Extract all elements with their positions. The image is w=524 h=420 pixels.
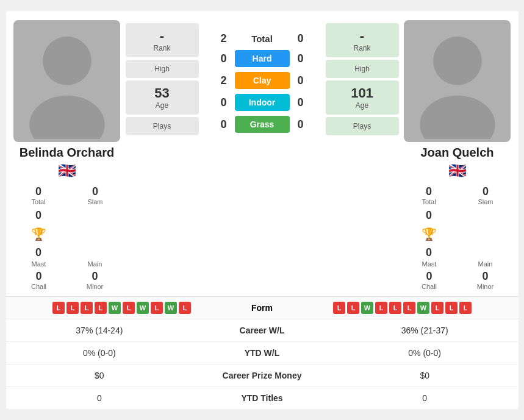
right-form-badge: W [361,302,373,314]
left-total-label: Total [31,198,45,205]
right-total-value: 0 [426,185,432,198]
right-player-flag: 🇬🇧 [448,162,467,179]
form-row: LLLLWLWLWL Form LLWLLLWLLL [6,297,519,319]
right-mast-label: Mast [422,260,437,268]
right-avatar [404,20,511,142]
right-form-badge: L [333,302,345,314]
left-minor-cell: 0 Minor [68,270,122,290]
right-main-label-cell: Main [459,260,512,268]
grass-button[interactable]: Grass [235,116,290,133]
left-chall-value: 0 [35,270,41,283]
left-player-flag: 🇬🇧 [58,162,76,179]
left-main-label-cell: Main [68,260,122,268]
prize-label: Career Prize Money [181,371,343,380]
match-row-hard: 0 Hard 0 [203,50,322,67]
left-rank-value: - [128,28,196,44]
clay-button[interactable]: Clay [235,72,290,89]
left-form-badges: LLLLWLWLWL [18,302,226,314]
right-form-badge: L [375,302,387,314]
right-hard-score: 0 [295,52,307,65]
right-slam-label: Slam [478,198,493,205]
right-total-score: 0 [295,32,307,45]
left-mast-cell: 0 🏆 0 [12,209,65,259]
right-form-badge: L [403,302,415,314]
left-age-box: 53 Age [126,80,199,115]
right-panel: - Rank High 101 Age Plays [326,23,399,135]
ytd-wl-label: YTD W/L [181,348,343,358]
right-form-badge: W [417,302,429,314]
ytd-titles-label: YTD Titles [181,393,343,403]
left-rank-label: Rank [128,44,196,52]
right-plays-box: Plays [326,117,399,135]
left-form-badge: L [52,302,65,314]
right-form-badges: LLWLLLWLLL [299,302,506,314]
right-minor-cell: 0 Minor [459,270,512,290]
prize-row: $0 Career Prize Money $0 [6,365,519,387]
career-wl-label: Career W/L [181,326,343,335]
left-total-value: 0 [35,185,41,198]
left-hard-score: 0 [218,52,230,65]
right-grass-score: 0 [295,118,307,131]
left-plays-label: Plays [128,122,196,130]
left-total-score: 2 [218,32,230,45]
left-main-value: 0 [35,246,41,259]
left-minor-value: 0 [92,270,98,283]
bottom-section: LLLLWLWLWL Form LLWLLLWLLL 37% (14-24) C… [6,296,519,409]
left-total-cell: 0 Total [12,185,65,205]
left-slam-value: 0 [92,185,98,198]
left-panel: - Rank High 53 Age Plays [126,23,199,135]
right-mast-value: 0 [426,209,432,222]
svg-point-3 [420,96,495,139]
right-prize: $0 [343,371,506,380]
right-ytd-titles: 0 [343,393,506,403]
hard-button[interactable]: Hard [235,50,290,67]
match-row-grass: 0 Grass 0 [203,116,322,133]
career-wl-row: 37% (14-24) Career W/L 36% (21-37) [6,319,519,342]
left-mast-label: Mast [32,260,46,268]
left-trophy-icon: 🏆 [31,227,46,241]
right-form-badge: L [445,302,458,314]
left-ytd-titles: 0 [18,393,181,403]
right-total-label: Total [422,198,436,205]
left-player-section: Belinda Orchard 🇬🇧 0 Total 0 Slam 0 🏆 0 [12,20,122,290]
right-main-label: Main [478,260,493,268]
right-ytd-wl: 0% (0-0) [343,348,506,358]
left-plays-box: Plays [126,117,199,135]
left-form-badge: L [179,302,191,314]
left-indoor-score: 0 [218,96,230,109]
indoor-button[interactable]: Indoor [235,94,290,111]
left-form-badge: L [66,302,79,314]
right-trophy-icon: 🏆 [422,227,437,241]
left-form-badge: W [109,302,121,314]
left-age-label: Age [128,101,196,110]
right-age-box: 101 Age [326,80,399,115]
left-avatar [13,20,120,142]
left-age-value: 53 [128,85,196,101]
left-rank-box: - Rank [126,23,199,57]
right-high-box: High [326,60,399,78]
svg-point-2 [433,37,482,85]
match-row-total: 2 Total 0 [203,32,322,45]
svg-point-0 [43,37,92,85]
total-label: Total [235,34,290,44]
left-prize: $0 [18,371,181,380]
right-form-badge: L [431,302,443,314]
left-player-name: Belinda Orchard [20,146,115,160]
right-slam-cell: 0 Slam [459,185,512,205]
right-form-badge: L [389,302,401,314]
right-player-section: Joan Quelch 🇬🇧 0 Total 0 Slam 0 🏆 0 [403,20,512,290]
right-age-label: Age [328,101,397,110]
right-clay-score: 0 [295,74,307,87]
left-main-label: Main [88,260,102,268]
svg-point-1 [29,96,105,139]
right-chall-value: 0 [426,270,432,283]
right-plays-label: Plays [328,122,397,130]
left-grass-score: 0 [218,118,230,131]
right-chall-cell: 0 Chall [403,270,456,290]
right-age-value: 101 [328,85,397,101]
match-row-indoor: 0 Indoor 0 [203,94,322,111]
left-form-badge: L [151,302,163,314]
left-chall-cell: 0 Chall [12,270,66,290]
right-minor-label: Minor [477,283,494,290]
right-chall-label: Chall [422,283,437,290]
